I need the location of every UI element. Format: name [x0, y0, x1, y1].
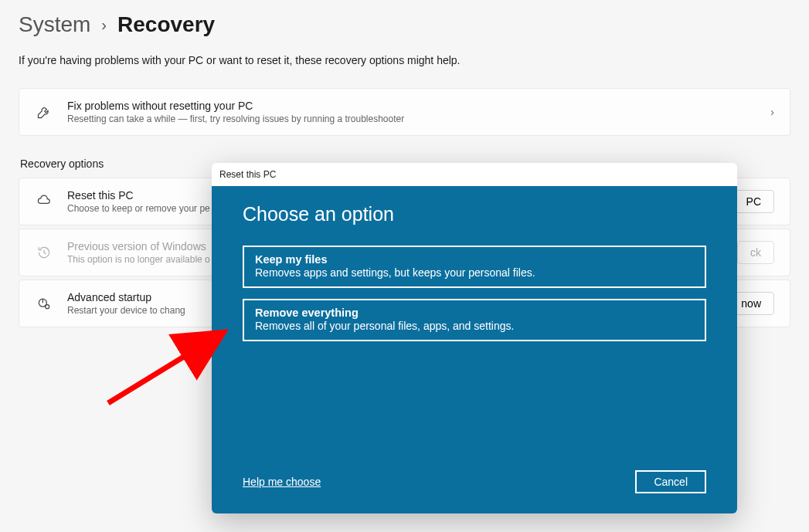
option-title: Remove everything	[255, 307, 694, 319]
option-keep-my-files[interactable]: Keep my files Removes apps and settings,…	[243, 246, 706, 288]
option-remove-everything[interactable]: Remove everything Removes all of your pe…	[243, 299, 706, 341]
chevron-right-icon: ›	[101, 16, 107, 34]
breadcrumb: System › Recovery	[19, 12, 790, 37]
svg-point-1	[46, 305, 49, 309]
breadcrumb-parent[interactable]: System	[19, 12, 90, 37]
reset-pc-button[interactable]: PC	[733, 190, 774, 213]
fix-problems-card[interactable]: Fix problems without resetting your PC R…	[19, 88, 790, 136]
option-desc: Removes all of your personal files, apps…	[255, 320, 694, 332]
fix-card-desc: Resetting can take a while — first, try …	[67, 114, 756, 124]
dialog-titlebar: Reset this PC	[212, 163, 737, 186]
dialog-heading: Choose an option	[243, 203, 706, 225]
fix-card-title: Fix problems without resetting your PC	[67, 100, 756, 112]
help-me-choose-link[interactable]: Help me choose	[243, 476, 321, 488]
power-gear-icon	[35, 296, 53, 311]
history-icon	[35, 245, 53, 260]
option-desc: Removes apps and settings, but keeps you…	[255, 266, 694, 279]
cancel-button[interactable]: Cancel	[635, 470, 706, 493]
reset-pc-dialog: Reset this PC Choose an option Keep my f…	[212, 163, 737, 513]
option-title: Keep my files	[255, 253, 694, 266]
go-back-button: ck	[737, 241, 774, 264]
chevron-right-icon: ›	[770, 106, 774, 118]
page-subtitle: If you're having problems with your PC o…	[19, 54, 790, 66]
breadcrumb-current: Recovery	[117, 12, 215, 37]
wrench-icon	[35, 104, 53, 120]
cloud-reset-icon	[35, 194, 53, 209]
